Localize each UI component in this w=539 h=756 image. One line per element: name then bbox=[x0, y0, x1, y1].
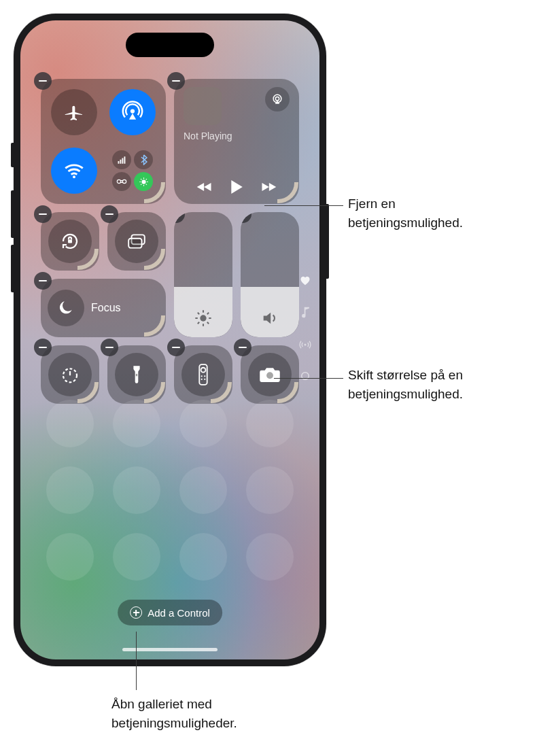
remove-control-button[interactable] bbox=[174, 212, 185, 223]
svg-rect-5 bbox=[124, 156, 125, 164]
remote-icon bbox=[198, 364, 209, 385]
svg-rect-3 bbox=[120, 159, 121, 163]
next-track-button[interactable] bbox=[260, 181, 277, 193]
heart-icon bbox=[299, 275, 311, 286]
callout-line bbox=[264, 205, 343, 206]
dynamic-island bbox=[126, 33, 214, 57]
page-indicator[interactable] bbox=[299, 275, 311, 381]
screen: Not Playing bbox=[20, 20, 319, 659]
play-button[interactable] bbox=[230, 179, 243, 194]
cellular-icon bbox=[112, 150, 131, 169]
airplane-mode-button[interactable] bbox=[51, 89, 97, 135]
remove-control-button[interactable] bbox=[34, 205, 52, 223]
focus-label: Focus bbox=[91, 302, 121, 314]
forward-icon bbox=[260, 181, 277, 193]
now-playing-title: Not Playing bbox=[184, 131, 290, 141]
remove-control-button[interactable] bbox=[34, 72, 52, 90]
bluetooth-icon bbox=[134, 150, 153, 169]
empty-slot[interactable] bbox=[179, 533, 227, 581]
airdrop-button[interactable] bbox=[109, 89, 156, 135]
add-control-button[interactable]: Add a Control bbox=[118, 600, 222, 625]
now-playing-artwork bbox=[184, 87, 222, 125]
remove-control-button[interactable] bbox=[101, 339, 118, 356]
svg-point-0 bbox=[131, 109, 135, 113]
wifi-icon bbox=[63, 159, 86, 182]
svg-point-21 bbox=[201, 379, 203, 380]
empty-slot[interactable] bbox=[246, 533, 294, 581]
resize-handle[interactable] bbox=[144, 382, 167, 405]
wifi-button[interactable] bbox=[51, 148, 97, 194]
phone-frame: Not Playing bbox=[14, 14, 326, 666]
screen-mirroring-button[interactable] bbox=[107, 212, 166, 271]
resize-handle[interactable] bbox=[144, 315, 167, 339]
airdrop-icon bbox=[121, 101, 144, 124]
empty-slot[interactable] bbox=[113, 400, 160, 447]
remove-control-button[interactable] bbox=[167, 339, 185, 356]
volume-slider[interactable] bbox=[241, 212, 299, 337]
svg-rect-11 bbox=[68, 240, 72, 243]
empty-slot[interactable] bbox=[113, 466, 160, 514]
add-control-label: Add a Control bbox=[147, 607, 210, 619]
control-center-grid: Not Playing bbox=[39, 79, 300, 404]
orientation-lock-button[interactable] bbox=[41, 212, 99, 271]
svg-point-14 bbox=[200, 315, 206, 321]
brightness-slider[interactable] bbox=[174, 212, 232, 337]
svg-point-7 bbox=[122, 179, 126, 183]
empty-slot[interactable] bbox=[246, 466, 294, 514]
resize-handle[interactable] bbox=[277, 382, 300, 405]
phone-side-button bbox=[326, 204, 329, 279]
backward-icon bbox=[196, 181, 213, 193]
sun-icon bbox=[194, 309, 213, 328]
empty-slot[interactable] bbox=[246, 400, 294, 447]
focus-button[interactable]: Focus bbox=[41, 279, 166, 337]
empty-slot[interactable] bbox=[46, 466, 94, 514]
personal-hotspot-icon bbox=[112, 172, 131, 191]
circle-icon bbox=[300, 371, 310, 381]
speaker-icon bbox=[260, 309, 279, 328]
empty-slot[interactable] bbox=[46, 533, 94, 581]
callout-resize: Skift størrelse på en betjeningsmulighed… bbox=[348, 366, 463, 403]
empty-placeholders bbox=[39, 394, 300, 586]
remove-control-button[interactable] bbox=[167, 72, 185, 90]
previous-track-button[interactable] bbox=[196, 181, 213, 193]
svg-point-10 bbox=[275, 97, 279, 101]
music-note-icon bbox=[300, 306, 311, 318]
camera-icon bbox=[259, 366, 281, 383]
remove-control-button[interactable] bbox=[241, 212, 251, 223]
connectivity-tile[interactable] bbox=[41, 79, 166, 204]
remove-control-button[interactable] bbox=[101, 205, 118, 223]
flashlight-icon bbox=[131, 364, 143, 385]
callout-remove: Fjern en betjeningsmulighed. bbox=[348, 194, 463, 232]
empty-slot[interactable] bbox=[46, 400, 94, 447]
empty-slot[interactable] bbox=[179, 466, 227, 514]
callout-gallery: Åbn galleriet med betjeningsmuligheder. bbox=[111, 695, 237, 732]
resize-handle[interactable] bbox=[144, 249, 167, 272]
svg-point-22 bbox=[204, 379, 205, 380]
svg-rect-2 bbox=[118, 161, 119, 164]
airplane-icon bbox=[63, 101, 85, 123]
svg-point-24 bbox=[305, 344, 307, 346]
remove-control-button[interactable] bbox=[34, 272, 52, 290]
antenna-icon bbox=[299, 339, 311, 351]
resize-handle[interactable] bbox=[77, 249, 101, 272]
remove-control-button[interactable] bbox=[234, 339, 251, 356]
svg-rect-4 bbox=[122, 158, 123, 163]
remove-control-button[interactable] bbox=[34, 339, 52, 356]
resize-handle[interactable] bbox=[77, 382, 101, 405]
svg-point-1 bbox=[73, 175, 75, 178]
screen-mirroring-icon bbox=[126, 233, 147, 250]
callout-line bbox=[274, 378, 343, 379]
now-playing-tile[interactable]: Not Playing bbox=[174, 79, 299, 204]
plus-circle-icon bbox=[130, 606, 142, 619]
resize-handle[interactable] bbox=[211, 382, 234, 405]
airplay-button[interactable] bbox=[265, 87, 290, 111]
svg-point-23 bbox=[266, 372, 273, 379]
svg-point-19 bbox=[201, 375, 203, 377]
resize-handle[interactable] bbox=[277, 182, 300, 205]
svg-point-20 bbox=[204, 375, 205, 377]
resize-handle[interactable] bbox=[144, 182, 167, 205]
svg-rect-13 bbox=[128, 239, 141, 248]
airplay-icon bbox=[271, 92, 284, 106]
empty-slot[interactable] bbox=[113, 533, 160, 581]
empty-slot[interactable] bbox=[179, 400, 227, 447]
